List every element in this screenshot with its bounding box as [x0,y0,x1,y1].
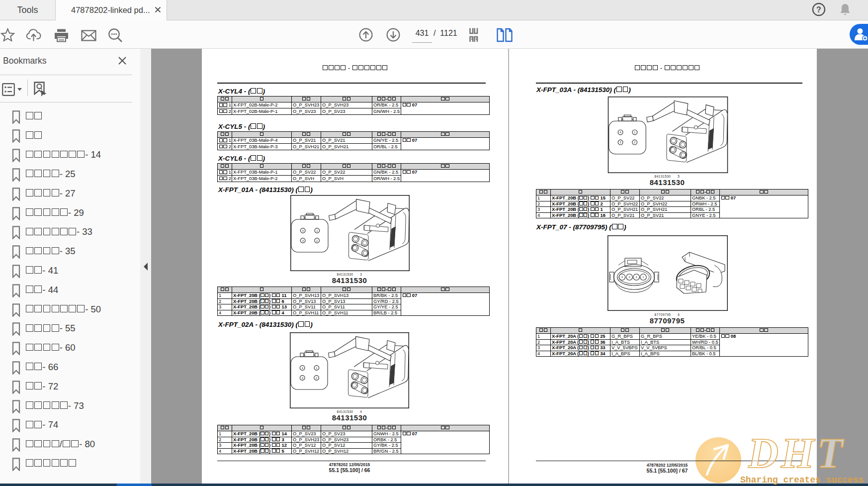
svg-text:?: ? [816,5,821,14]
svg-text:DHT: DHT [748,435,846,475]
